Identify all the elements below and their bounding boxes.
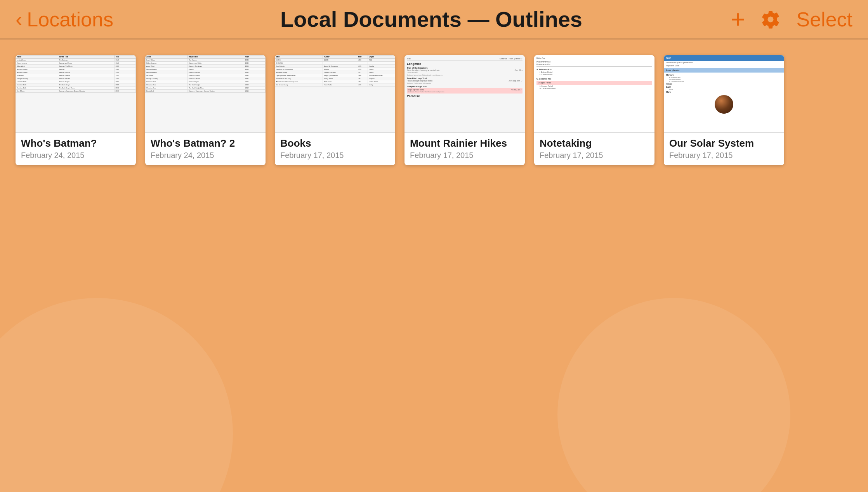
header: ‹ Locations Local Documents — Outlines +… bbox=[0, 0, 868, 39]
header-left: ‹ Locations bbox=[16, 8, 132, 31]
document-card-whos-batman-1[interactable]: Actor Movie Title Year Lewis WilsonThe B… bbox=[16, 55, 136, 165]
doc-title: Notetaking bbox=[540, 137, 649, 149]
thumbnail-solar-system: Sun Classified as type G1 yellow dwarf P… bbox=[664, 55, 784, 133]
header-right: + Select bbox=[731, 7, 852, 32]
doc-date: February 17, 2015 bbox=[669, 151, 779, 160]
thumbnail-books: Title Author Year Origin 水浒传施耐庵1350中国 唐·… bbox=[275, 55, 395, 133]
document-card-rainier[interactable]: Trail Distance | Roun. | Hiked ✓ Longmir… bbox=[404, 55, 525, 165]
doc-date: February 17, 2015 bbox=[540, 151, 649, 160]
select-button[interactable]: Select bbox=[796, 8, 852, 31]
thumbnail-whos-batman-1: Actor Movie Title Year Lewis WilsonThe B… bbox=[16, 55, 136, 133]
doc-title: Who's Batman? 2 bbox=[151, 137, 260, 149]
content-area: Actor Movie Title Year Lewis WilsonThe B… bbox=[0, 40, 868, 181]
doc-title: Who's Batman? bbox=[21, 137, 130, 149]
doc-info-solar-system: Our Solar System February 17, 2015 bbox=[664, 133, 784, 165]
doc-info-whos-batman-2: Who's Batman? 2 February 24, 2015 bbox=[145, 133, 266, 165]
page-title: Local Documents — Outlines bbox=[132, 7, 731, 32]
doc-date: February 24, 2015 bbox=[151, 151, 260, 160]
thumbnail-notetaking: Ballou Ose Phanomenon Osc Phanomenon Osc… bbox=[534, 55, 654, 133]
doc-info-notetaking: Notetaking February 17, 2015 bbox=[534, 133, 654, 165]
doc-info-whos-batman-1: Who's Batman? February 24, 2015 bbox=[16, 133, 136, 165]
doc-info-rainier: Mount Rainier Hikes February 17, 2015 bbox=[404, 133, 525, 165]
doc-date: February 17, 2015 bbox=[280, 151, 390, 160]
document-grid: Actor Movie Title Year Lewis WilsonThe B… bbox=[16, 55, 852, 165]
add-button[interactable]: + bbox=[731, 7, 745, 32]
document-card-notetaking[interactable]: Ballou Ose Phanomenon Osc Phanomenon Osc… bbox=[534, 55, 654, 165]
document-card-solar-system[interactable]: Sun Classified as type G1 yellow dwarf P… bbox=[664, 55, 784, 165]
doc-title: Mount Rainier Hikes bbox=[410, 137, 519, 149]
back-button[interactable]: Locations bbox=[27, 8, 113, 31]
back-chevron-icon: ‹ bbox=[16, 9, 22, 29]
doc-title: Our Solar System bbox=[669, 137, 779, 149]
doc-info-books: Books February 17, 2015 bbox=[275, 133, 395, 165]
thumbnail-rainier: Trail Distance | Roun. | Hiked ✓ Longmir… bbox=[404, 55, 525, 133]
thumbnail-whos-batman-2: Actor Movie Title Year Lewis WilsonThe B… bbox=[145, 55, 266, 133]
document-card-books[interactable]: Title Author Year Origin 水浒传施耐庵1350中国 唐·… bbox=[275, 55, 395, 165]
document-card-whos-batman-2[interactable]: Actor Movie Title Year Lewis WilsonThe B… bbox=[145, 55, 266, 165]
settings-icon[interactable] bbox=[760, 9, 781, 29]
doc-date: February 24, 2015 bbox=[21, 151, 130, 160]
doc-title: Books bbox=[280, 137, 390, 149]
doc-date: February 17, 2015 bbox=[410, 151, 519, 160]
